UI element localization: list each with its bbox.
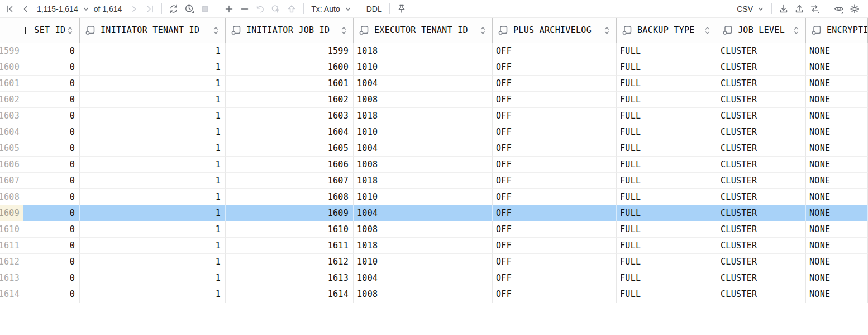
next-page-button[interactable]: [127, 2, 141, 16]
cell-set_id[interactable]: 0: [23, 92, 80, 108]
cell-encryption[interactable]: NONE: [806, 59, 868, 76]
cell-encryption[interactable]: NONE: [806, 221, 868, 238]
row-number[interactable]: 1605: [0, 140, 23, 157]
cell-executor_tenant_id[interactable]: 1018: [354, 173, 493, 189]
cell-encryption[interactable]: NONE: [806, 286, 868, 303]
cell-executor_tenant_id[interactable]: 1004: [354, 270, 493, 286]
cell-backup_type[interactable]: FULL: [617, 238, 717, 254]
cell-initiator_tenant_id[interactable]: 1: [80, 270, 226, 286]
cell-backup_type[interactable]: FULL: [617, 173, 717, 189]
cell-initiator_job_id[interactable]: 1605: [226, 140, 354, 157]
cell-job_level[interactable]: CLUSTER: [717, 270, 806, 286]
commit-button[interactable]: [284, 2, 299, 16]
cell-plus_archivelog[interactable]: OFF: [493, 59, 617, 76]
delete-row-button[interactable]: [237, 2, 252, 16]
page-range-dropdown[interactable]: 1,115-1,614: [34, 2, 92, 16]
column-header-backup_type[interactable]: BACKUP_TYPE: [617, 18, 717, 43]
cell-initiator_tenant_id[interactable]: 1: [80, 157, 226, 173]
cell-initiator_tenant_id[interactable]: 1: [80, 221, 226, 238]
export-data-button[interactable]: [792, 2, 807, 16]
cell-executor_tenant_id[interactable]: 1010: [354, 254, 493, 270]
settings-button[interactable]: [847, 2, 862, 16]
row-number[interactable]: 1608: [0, 189, 23, 205]
cell-plus_archivelog[interactable]: OFF: [493, 157, 617, 173]
cell-plus_archivelog[interactable]: OFF: [493, 108, 617, 124]
cell-job_level[interactable]: CLUSTER: [717, 173, 806, 189]
cell-encryption[interactable]: NONE: [806, 92, 868, 108]
cell-set_id[interactable]: 0: [23, 140, 80, 157]
cell-set_id[interactable]: 0: [23, 157, 80, 173]
cell-set_id[interactable]: 0: [23, 254, 80, 270]
previous-page-button[interactable]: [18, 2, 33, 16]
cell-initiator_tenant_id[interactable]: 1: [80, 254, 226, 270]
cell-set_id[interactable]: 0: [23, 76, 80, 92]
cell-executor_tenant_id[interactable]: 1008: [354, 157, 493, 173]
cell-executor_tenant_id[interactable]: 1004: [354, 76, 493, 92]
cell-plus_archivelog[interactable]: OFF: [493, 270, 617, 286]
row-number[interactable]: 1610: [0, 221, 23, 238]
cell-initiator_job_id[interactable]: 1600: [226, 59, 354, 76]
cell-initiator_job_id[interactable]: 1603: [226, 108, 354, 124]
cell-encryption[interactable]: NONE: [806, 140, 868, 157]
cell-encryption[interactable]: NONE: [806, 124, 868, 140]
row-number[interactable]: 1602: [0, 92, 23, 108]
cell-initiator_job_id[interactable]: 1607: [226, 173, 354, 189]
cell-initiator_job_id[interactable]: 1602: [226, 92, 354, 108]
cell-plus_archivelog[interactable]: OFF: [493, 238, 617, 254]
auto-refresh-button[interactable]: [182, 2, 197, 16]
cell-initiator_tenant_id[interactable]: 1: [80, 76, 226, 92]
cell-initiator_job_id[interactable]: 1601: [226, 76, 354, 92]
row-number[interactable]: 1599: [0, 43, 23, 59]
cell-job_level[interactable]: CLUSTER: [717, 140, 806, 157]
cell-executor_tenant_id[interactable]: 1018: [354, 108, 493, 124]
undo-button[interactable]: [253, 2, 268, 16]
column-header-executor_tenant_id[interactable]: EXECUTOR_TENANT_ID: [354, 18, 493, 43]
cell-plus_archivelog[interactable]: OFF: [493, 254, 617, 270]
cell-initiator_tenant_id[interactable]: 1: [80, 92, 226, 108]
stop-query-button[interactable]: [198, 2, 212, 16]
submit-preview-button[interactable]: [269, 2, 283, 16]
pin-tab-button[interactable]: [394, 2, 409, 16]
compare-data-button[interactable]: [808, 2, 822, 16]
cell-set_id[interactable]: 0: [23, 108, 80, 124]
cell-encryption[interactable]: NONE: [806, 189, 868, 205]
cell-job_level[interactable]: CLUSTER: [717, 76, 806, 92]
cell-encryption[interactable]: NONE: [806, 254, 868, 270]
cell-executor_tenant_id[interactable]: 1008: [354, 286, 493, 303]
row-number[interactable]: 1606: [0, 157, 23, 173]
cell-job_level[interactable]: CLUSTER: [717, 124, 806, 140]
column-header-job_level[interactable]: JOB_LEVEL: [717, 18, 806, 43]
cell-executor_tenant_id[interactable]: 1018: [354, 238, 493, 254]
tx-mode-dropdown[interactable]: Tx: Auto: [308, 2, 354, 16]
cell-backup_type[interactable]: FULL: [617, 189, 717, 205]
row-number[interactable]: 1604: [0, 124, 23, 140]
cell-initiator_job_id[interactable]: 1604: [226, 124, 354, 140]
cell-plus_archivelog[interactable]: OFF: [493, 140, 617, 157]
cell-job_level[interactable]: CLUSTER: [717, 59, 806, 76]
row-number[interactable]: 1614: [0, 286, 23, 303]
cell-initiator_tenant_id[interactable]: 1: [80, 124, 226, 140]
cell-encryption[interactable]: NONE: [806, 108, 868, 124]
cell-initiator_job_id[interactable]: 1606: [226, 157, 354, 173]
cell-backup_type[interactable]: FULL: [617, 124, 717, 140]
cell-set_id[interactable]: 0: [23, 286, 80, 303]
row-number[interactable]: 1600: [0, 59, 23, 76]
ddl-button[interactable]: DDL: [364, 2, 385, 16]
cell-initiator_tenant_id[interactable]: 1: [80, 43, 226, 59]
column-header-initiator_job_id[interactable]: INITIATOR_JOB_ID: [226, 18, 354, 43]
row-number[interactable]: 1601: [0, 76, 23, 92]
cell-backup_type[interactable]: FULL: [617, 254, 717, 270]
cell-set_id[interactable]: 0: [23, 59, 80, 76]
cell-executor_tenant_id[interactable]: 1010: [354, 124, 493, 140]
cell-backup_type[interactable]: FULL: [617, 108, 717, 124]
cell-job_level[interactable]: CLUSTER: [717, 221, 806, 238]
cell-executor_tenant_id[interactable]: 1008: [354, 221, 493, 238]
cell-set_id[interactable]: 0: [23, 189, 80, 205]
cell-backup_type[interactable]: FULL: [617, 157, 717, 173]
cell-backup_type[interactable]: FULL: [617, 140, 717, 157]
cell-set_id[interactable]: 0: [23, 238, 80, 254]
cell-backup_type[interactable]: FULL: [617, 270, 717, 286]
row-number[interactable]: 1609: [0, 205, 23, 221]
row-number[interactable]: 1603: [0, 108, 23, 124]
cell-initiator_job_id[interactable]: 1609: [226, 205, 354, 221]
